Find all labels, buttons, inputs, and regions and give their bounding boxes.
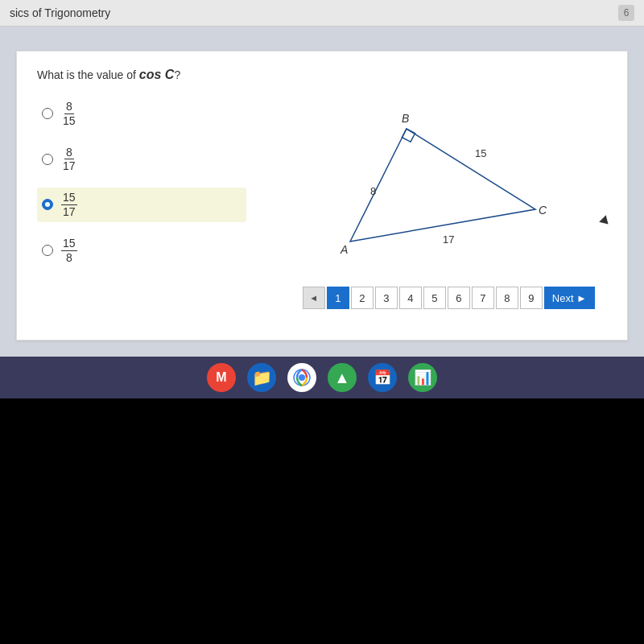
denominator-3: 17 bbox=[61, 205, 77, 219]
fraction-4: 15 8 bbox=[61, 237, 77, 265]
triangle-diagram: A B C 8 15 17 bbox=[326, 97, 551, 274]
denominator-1: 15 bbox=[61, 114, 77, 128]
drive-icon[interactable]: 📁 bbox=[247, 363, 276, 392]
close-button[interactable]: 6 bbox=[618, 5, 634, 21]
sheets-icon[interactable]: 📊 bbox=[408, 363, 437, 392]
option-1[interactable]: 8 15 bbox=[37, 97, 246, 131]
taskbar: M 📁 ▲ 📅 📊 bbox=[0, 357, 644, 398]
svg-text:B: B bbox=[402, 112, 409, 125]
svg-marker-0 bbox=[350, 129, 535, 242]
pagination-bar: ◄ 1 2 3 4 5 6 7 8 9 Next ► bbox=[37, 279, 607, 317]
fraction-1: 8 15 bbox=[61, 100, 77, 128]
radio-2[interactable] bbox=[42, 154, 53, 165]
main-area: What is the value of cos C? 8 15 bbox=[0, 27, 644, 357]
next-button[interactable]: Next ► bbox=[544, 287, 595, 309]
svg-text:C: C bbox=[539, 204, 547, 217]
title-bar: sics of Trigonometry 6 bbox=[0, 0, 644, 27]
question-prefix: What is the value of bbox=[37, 68, 139, 81]
fraction-3: 15 17 bbox=[61, 191, 77, 219]
radio-3[interactable] bbox=[42, 199, 53, 210]
page-title: sics of Trigonometry bbox=[10, 6, 110, 19]
page-5-button[interactable]: 5 bbox=[423, 287, 446, 309]
page-3-button[interactable]: 3 bbox=[375, 287, 398, 309]
svg-text:15: 15 bbox=[475, 147, 486, 159]
option-4[interactable]: 15 8 bbox=[37, 233, 246, 268]
page-8-button[interactable]: 8 bbox=[496, 287, 518, 309]
question-text: What is the value of cos C? bbox=[37, 68, 607, 82]
page-9-button[interactable]: 9 bbox=[520, 287, 543, 309]
numerator-1: 8 bbox=[64, 100, 74, 114]
numerator-2: 8 bbox=[64, 146, 74, 160]
gmail-icon[interactable]: M bbox=[207, 363, 236, 392]
chrome-icon[interactable] bbox=[287, 363, 316, 392]
prev-button[interactable]: ◄ bbox=[303, 287, 325, 309]
quiz-card: What is the value of cos C? 8 15 bbox=[16, 51, 628, 341]
radio-4[interactable] bbox=[42, 245, 53, 256]
radio-1[interactable] bbox=[42, 108, 53, 119]
question-suffix: ? bbox=[174, 68, 180, 81]
docs-icon[interactable]: ▲ bbox=[328, 363, 357, 392]
svg-text:8: 8 bbox=[370, 185, 376, 197]
options-list: 8 15 8 17 15 bbox=[37, 97, 246, 279]
cursor-icon bbox=[599, 215, 612, 228]
fraction-2: 8 17 bbox=[61, 146, 77, 174]
calendar-icon[interactable]: 📅 bbox=[368, 363, 397, 392]
diagram-area: A B C 8 15 17 bbox=[246, 97, 607, 274]
black-area bbox=[0, 398, 644, 644]
page-4-button[interactable]: 4 bbox=[399, 287, 422, 309]
numerator-3: 15 bbox=[61, 191, 77, 205]
option-2[interactable]: 8 17 bbox=[37, 142, 246, 177]
page-1-button[interactable]: 1 bbox=[327, 287, 349, 309]
denominator-2: 17 bbox=[61, 159, 77, 173]
question-math: cos C bbox=[139, 68, 175, 81]
svg-text:17: 17 bbox=[443, 233, 454, 246]
svg-text:A: A bbox=[340, 243, 348, 256]
page-7-button[interactable]: 7 bbox=[472, 287, 494, 309]
option-3[interactable]: 15 17 bbox=[37, 188, 246, 222]
svg-point-9 bbox=[299, 374, 305, 381]
page-6-button[interactable]: 6 bbox=[448, 287, 470, 309]
page-2-button[interactable]: 2 bbox=[351, 287, 374, 309]
numerator-4: 15 bbox=[61, 237, 77, 251]
denominator-4: 8 bbox=[64, 251, 74, 265]
